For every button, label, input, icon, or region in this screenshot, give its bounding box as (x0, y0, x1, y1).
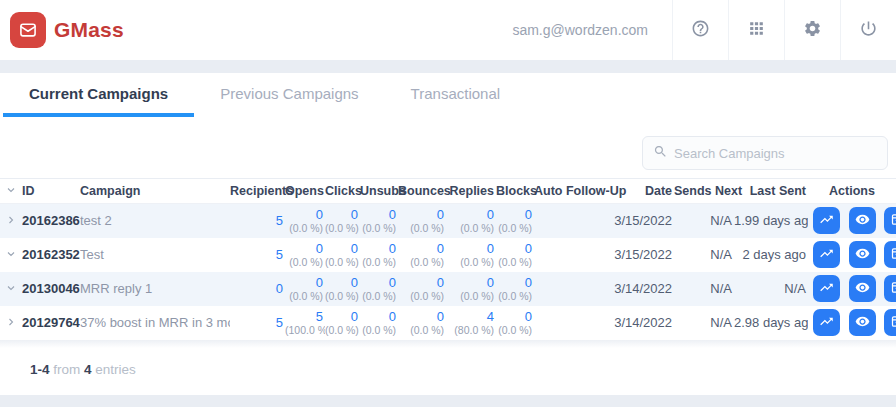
search-input[interactable] (674, 146, 877, 161)
clicks-stat[interactable]: 0(0.0 %) (325, 238, 360, 272)
report-button[interactable] (813, 275, 840, 302)
campaign-name: 37% boost in MRR in 3 months... (80, 306, 230, 340)
search-box[interactable] (642, 136, 888, 170)
col-campaign[interactable]: Campaign (80, 179, 230, 204)
eye-icon (855, 246, 870, 264)
blocks-stat[interactable]: 0(0.0 %) (496, 272, 534, 306)
opens-stat[interactable]: 5(100.0 %) (285, 306, 325, 340)
bounces-stat[interactable]: 0(0.0 %) (398, 238, 446, 272)
blocks-stat[interactable]: 0(0.0 %) (496, 238, 534, 272)
unsubs-stat[interactable]: 0(0.0 %) (360, 238, 398, 272)
opens-stat[interactable]: 0(0.0 %) (285, 272, 325, 306)
opens-stat[interactable]: 0(0.0 %) (285, 204, 325, 238)
trending-up-icon (819, 314, 834, 332)
clicks-stat[interactable]: 0(0.0 %) (325, 204, 360, 238)
help-button[interactable] (672, 0, 728, 60)
entries-from-label: from (53, 362, 80, 377)
archive-box-icon (890, 314, 896, 332)
preview-button[interactable] (849, 275, 876, 302)
header-expander[interactable] (0, 179, 22, 204)
report-button[interactable] (813, 241, 840, 268)
report-button[interactable] (813, 309, 840, 336)
col-replies[interactable]: Replies (446, 179, 496, 204)
sends-next: N/A (674, 204, 734, 238)
replies-stat[interactable]: 4(80.0 %) (446, 306, 496, 340)
unsubs-stat[interactable]: 0(0.0 %) (360, 272, 398, 306)
campaign-name: MRR reply 1 (80, 272, 230, 306)
archive-box-icon (890, 280, 896, 298)
preview-button[interactable] (849, 241, 876, 268)
preview-button[interactable] (849, 309, 876, 336)
archive-button[interactable] (884, 309, 896, 336)
archive-button[interactable] (884, 275, 896, 302)
sends-next: N/A (674, 306, 734, 340)
report-button[interactable] (813, 207, 840, 234)
table-row[interactable]: 20162386 test 2 5 0(0.0 %) 0(0.0 %) 0(0.… (0, 204, 896, 238)
tab-previous-campaigns[interactable]: Previous Campaigns (194, 73, 384, 117)
row-expander chevron-icon[interactable] (4, 247, 18, 261)
col-sends-next[interactable]: Sends Next (674, 179, 734, 204)
tab-current-campaigns[interactable]: Current Campaigns (3, 73, 194, 117)
auto-follow-up-cell (534, 238, 614, 272)
brand-name: GMass (54, 18, 124, 42)
bounces-stat[interactable]: 0(0.0 %) (398, 306, 446, 340)
archive-button[interactable] (884, 207, 896, 234)
bounces-stat[interactable]: 0(0.0 %) (398, 204, 446, 238)
entries-label: entries (95, 362, 136, 377)
account-email: sam.g@wordzen.com (512, 0, 672, 60)
recipients-count[interactable]: 5 (230, 204, 285, 238)
navbar-spacer (124, 0, 513, 60)
row-expander chevron-icon[interactable] (4, 213, 18, 227)
archive-box-icon (890, 212, 896, 230)
blocks-stat[interactable]: 0(0.0 %) (496, 204, 534, 238)
brand-logo[interactable]: GMass (0, 0, 124, 60)
col-last-sent[interactable]: Last Sent (734, 179, 808, 204)
replies-stat[interactable]: 0(0.0 %) (446, 238, 496, 272)
recipients-count[interactable]: 0 (230, 272, 285, 306)
col-clicks[interactable]: Clicks (325, 179, 360, 204)
settings-button[interactable] (784, 0, 840, 60)
replies-stat[interactable]: 0(0.0 %) (446, 272, 496, 306)
logout-button[interactable] (840, 0, 896, 60)
recipients-count[interactable]: 5 (230, 306, 285, 340)
campaign-id: 20130046 (22, 272, 80, 306)
trending-up-icon (819, 212, 834, 230)
unsubs-stat[interactable]: 0(0.0 %) (360, 306, 398, 340)
campaigns-table: ID Campaign Recipients Opens Clicks Unsu… (0, 178, 896, 340)
sends-next: N/A (674, 238, 734, 272)
eye-icon (855, 314, 870, 332)
campaign-date: 3/15/2022 (614, 238, 674, 272)
col-auto-follow-up[interactable]: Auto Follow-Up (534, 179, 614, 204)
tab-transactional[interactable]: Transactional (385, 73, 527, 117)
col-opens[interactable]: Opens (285, 179, 325, 204)
campaign-date: 3/14/2022 (614, 272, 674, 306)
table-row[interactable]: 20130046 MRR reply 1 0 0(0.0 %) 0(0.0 %)… (0, 272, 896, 306)
preview-button[interactable] (849, 207, 876, 234)
blocks-stat[interactable]: 0(0.0 %) (496, 306, 534, 340)
tab-bar: Current Campaigns Previous Campaigns Tra… (0, 73, 896, 117)
replies-stat[interactable]: 0(0.0 %) (446, 204, 496, 238)
table-bottom-shadow (0, 340, 896, 348)
eye-icon (855, 212, 870, 230)
entries-summary: 1-4 from 4 entries (0, 348, 896, 395)
row-expander chevron-icon[interactable] (4, 281, 18, 295)
table-row[interactable]: 20129764 37% boost in MRR in 3 months...… (0, 306, 896, 340)
archive-button[interactable] (884, 241, 896, 268)
recipients-count[interactable]: 5 (230, 238, 285, 272)
unsubs-stat[interactable]: 0(0.0 %) (360, 204, 398, 238)
campaign-date: 3/14/2022 (614, 306, 674, 340)
col-unsubs[interactable]: Unsubs (360, 179, 398, 204)
chevron-down-icon (4, 183, 18, 197)
table-row[interactable]: 20162352 Test 5 0(0.0 %) 0(0.0 %) 0(0.0 … (0, 238, 896, 272)
col-id[interactable]: ID (22, 179, 80, 204)
opens-stat[interactable]: 0(0.0 %) (285, 238, 325, 272)
last-sent: 2.98 days ago (734, 306, 808, 340)
apps-button[interactable] (728, 0, 784, 60)
clicks-stat[interactable]: 0(0.0 %) (325, 272, 360, 306)
col-bounces[interactable]: Bounces (398, 179, 446, 204)
clicks-stat[interactable]: 0(0.0 %) (325, 306, 360, 340)
col-blocks[interactable]: Blocks (496, 179, 534, 204)
col-recipients[interactable]: Recipients (230, 179, 285, 204)
bounces-stat[interactable]: 0(0.0 %) (398, 272, 446, 306)
row-expander chevron-icon[interactable] (4, 315, 18, 329)
